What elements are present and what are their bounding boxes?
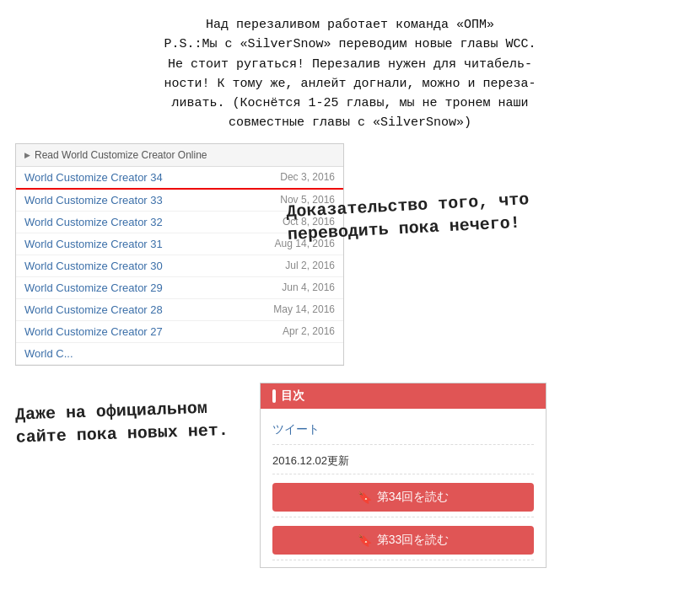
chapter-date: Jun 4, 2016 bbox=[282, 281, 335, 293]
chapter-panel-title: Read World Customize Creator Online bbox=[35, 149, 207, 161]
top-line5: ливать. (Коснётся 1-25 главы, мы не трон… bbox=[51, 94, 649, 113]
chapter-date: Aug 14, 2016 bbox=[275, 238, 335, 249]
chapter-item: World Customize Creator 34 Dec 3, 2016 bbox=[16, 167, 343, 190]
chapter-link[interactable]: World Customize Creator 32 bbox=[24, 216, 163, 228]
btn34-label: 第34回を読む bbox=[377, 490, 450, 505]
top-line6: совместные главы с «SilverSnow») bbox=[51, 113, 649, 132]
chapter-item: World Customize Creator 31 Aug 14, 2016 bbox=[16, 233, 343, 255]
chapter-item: World Customize Creator 28 May 14, 2016 bbox=[16, 299, 343, 321]
chapter-link[interactable]: World Customize Creator 31 bbox=[24, 238, 163, 250]
chapter-date: Jul 2, 2016 bbox=[285, 260, 335, 271]
top-line3: Не стоит ругаться! Перезалив нужен для ч… bbox=[51, 55, 649, 74]
chapter-panel-header: ▶ Read World Customize Creator Online bbox=[16, 144, 343, 167]
chapter-date: Nov 5, 2016 bbox=[280, 194, 335, 206]
chapter-link[interactable]: World Customize Creator 33 bbox=[24, 194, 163, 206]
triangle-icon: ▶ bbox=[24, 151, 30, 159]
bookmark-icon-34: 🔖 bbox=[358, 490, 372, 504]
top-line1: Над перезаливом работает команда «ОПМ» bbox=[51, 15, 649, 35]
jp-panel-body: ツイート 2016.12.02更新 🔖 第34回を読む 🔖 第33回を読む bbox=[261, 409, 546, 567]
chapter-link[interactable]: World Customize Creator 34 bbox=[24, 171, 163, 184]
top-line2: P.S.:Мы с «SilverSnow» переводим новые г… bbox=[51, 35, 649, 54]
chapter-link[interactable]: World Customize Creator 30 bbox=[24, 260, 163, 272]
bottom-area: Даже на официальном сайте пока новых нет… bbox=[0, 366, 700, 576]
chapter-item-truncated: World C... bbox=[16, 343, 343, 365]
chapter-link[interactable]: World Customize Creator 27 bbox=[24, 325, 163, 338]
jp-tweet-link[interactable]: ツイート bbox=[272, 415, 534, 445]
jp-panel: 目次 ツイート 2016.12.02更新 🔖 第34回を読む 🔖 第33回を読む bbox=[260, 383, 547, 568]
jp-panel-header: 目次 bbox=[261, 383, 546, 409]
left-caption: Даже на официальном сайте пока новых нет… bbox=[14, 378, 244, 448]
top-text-block: Над перезаливом работает команда «ОПМ» P… bbox=[0, 0, 700, 143]
jp-panel-title: 目次 bbox=[281, 389, 304, 404]
chapter-panel: ▶ Read World Customize Creator Online Wo… bbox=[15, 143, 344, 366]
chapter-date: May 14, 2016 bbox=[273, 303, 335, 315]
chapter-date: Apr 2, 2016 bbox=[283, 325, 335, 337]
chapter-link[interactable]: World Customize Creator 29 bbox=[24, 281, 163, 294]
jp-btn-row-33: 🔖 第33回を読む bbox=[272, 517, 534, 560]
read-ch33-button[interactable]: 🔖 第33回を読む bbox=[272, 526, 534, 555]
chapter-link-truncated[interactable]: World C... bbox=[24, 347, 73, 360]
chapter-date: Dec 3, 2016 bbox=[280, 171, 335, 183]
chapter-item: World Customize Creator 32 Oct 8, 2016 bbox=[16, 212, 343, 233]
header-bar bbox=[272, 389, 276, 403]
chapter-item: World Customize Creator 33 Nov 5, 2016 bbox=[16, 190, 343, 212]
main-area: ▶ Read World Customize Creator Online Wo… bbox=[0, 143, 700, 366]
chapter-item: World Customize Creator 30 Jul 2, 2016 bbox=[16, 255, 343, 277]
btn33-label: 第33回を読む bbox=[377, 533, 450, 548]
jp-btn-row-34: 🔖 第34回を読む bbox=[272, 474, 534, 517]
chapter-date: Oct 8, 2016 bbox=[283, 216, 335, 228]
jp-date: 2016.12.02更新 bbox=[272, 445, 534, 474]
read-ch34-button[interactable]: 🔖 第34回を読む bbox=[272, 483, 534, 512]
chapter-list: World Customize Creator 34 Dec 3, 2016 W… bbox=[16, 167, 343, 365]
chapter-item: World Customize Creator 27 Apr 2, 2016 bbox=[16, 321, 343, 343]
chapter-link[interactable]: World Customize Creator 28 bbox=[24, 303, 163, 316]
top-line4: ности! К тому же, анлейт догнали, можно … bbox=[51, 74, 649, 94]
bookmark-icon-33: 🔖 bbox=[358, 533, 372, 547]
chapter-item: World Customize Creator 29 Jun 4, 2016 bbox=[16, 277, 343, 299]
